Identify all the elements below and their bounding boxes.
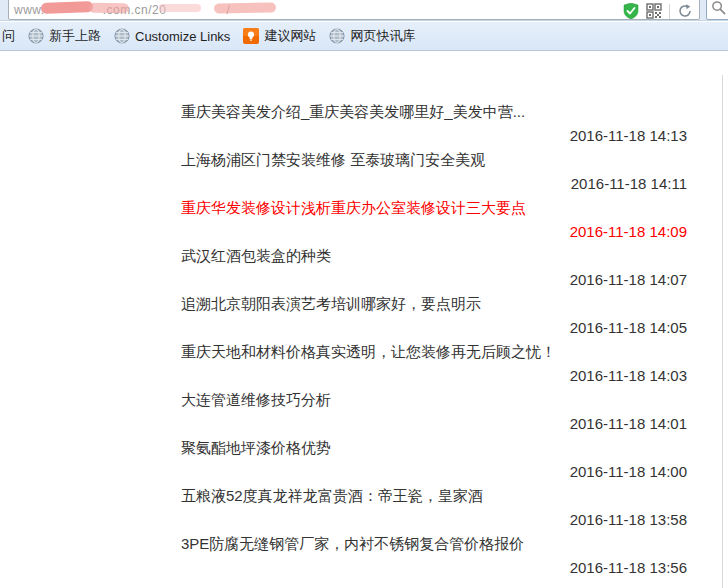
article-title-link[interactable]: 大连管道维修技巧分析 <box>181 388 687 412</box>
favorites-item-label: 建议网站 <box>264 27 316 45</box>
address-bar[interactable]: www..com.cn/20/ <box>8 0 700 20</box>
redaction-scribble <box>89 3 129 14</box>
article-date: 2016-11-18 13:58 <box>181 508 687 532</box>
article-title-link[interactable]: 重庆天地和材料价格真实透明，让您装修再无后顾之忧！ <box>181 340 687 364</box>
page-content: 重庆美容美发介绍_重庆美容美发哪里好_美发中营...2016-11-18 14:… <box>0 51 728 588</box>
article-date: 2016-11-18 14:00 <box>181 460 687 484</box>
article-item: 上海杨浦区门禁安装维修 至泰玻璃门安全美观2016-11-18 14:11 <box>181 148 687 196</box>
article-title-link[interactable]: 聚氨酯地坪漆价格优势 <box>181 436 687 460</box>
article-title-link[interactable]: 追溯北京朝阳表演艺考培训哪家好，要点明示 <box>181 292 687 316</box>
favorites-item-label: Customize Links <box>135 29 230 44</box>
article-item: 武汉红酒包装盒的种类2016-11-18 14:07 <box>181 244 687 292</box>
favorites-item-label: 问 <box>2 27 15 45</box>
article-title-link[interactable]: 3PE防腐无缝钢管厂家，内衬不锈钢复合管价格报价 <box>181 532 687 556</box>
article-date: 2016-11-18 14:09 <box>181 220 687 244</box>
article-item: 重庆美容美发介绍_重庆美容美发哪里好_美发中营...2016-11-18 14:… <box>181 100 687 148</box>
redaction-scribble <box>41 1 93 14</box>
scrollbar-edge <box>722 75 723 588</box>
qr-code-icon[interactable] <box>646 3 662 19</box>
favorites-item[interactable]: 新手上路 <box>28 27 101 45</box>
favorites-item-label: 网页快讯库 <box>350 27 415 45</box>
article-date: 2016-11-18 14:13 <box>181 124 687 148</box>
favorites-item[interactable]: 建议网站 <box>243 27 316 45</box>
article-item: 3PE防腐无缝钢管厂家，内衬不锈钢复合管价格报价2016-11-18 13:56 <box>181 532 687 580</box>
globe-icon <box>28 28 44 44</box>
favorites-item[interactable]: 问 <box>2 27 15 45</box>
browser-chrome-top: www..com.cn/20/ <box>0 0 728 21</box>
article-list: 重庆美容美发介绍_重庆美容美发哪里好_美发中营...2016-11-18 14:… <box>181 100 687 580</box>
globe-icon <box>114 28 130 44</box>
article-date: 2016-11-18 13:56 <box>181 556 687 580</box>
article-title-link[interactable]: 重庆华发装修设计浅析重庆办公室装修设计三大要点 <box>181 196 687 220</box>
globe-icon <box>329 28 345 44</box>
search-icon[interactable] <box>711 0 727 16</box>
suggestion-bulb-icon <box>243 28 259 44</box>
article-title-link[interactable]: 武汉红酒包装盒的种类 <box>181 244 687 268</box>
article-date: 2016-11-18 14:11 <box>181 172 687 196</box>
redaction-scribble <box>159 4 201 12</box>
toolbar-separator <box>669 4 670 19</box>
article-item: 重庆华发装修设计浅析重庆办公室装修设计三大要点2016-11-18 14:09 <box>181 196 687 244</box>
article-item: 追溯北京朝阳表演艺考培训哪家好，要点明示2016-11-18 14:05 <box>181 292 687 340</box>
search-box[interactable] <box>706 0 728 20</box>
favorites-item[interactable]: 网页快讯库 <box>329 27 415 45</box>
article-date: 2016-11-18 14:05 <box>181 316 687 340</box>
article-title-link[interactable]: 五粮液52度真龙祥龙富贵酒：帝王瓷，皇家酒 <box>181 484 687 508</box>
article-item: 聚氨酯地坪漆价格优势2016-11-18 14:00 <box>181 436 687 484</box>
redaction-scribble <box>214 2 276 13</box>
article-item: 五粮液52度真龙祥龙富贵酒：帝王瓷，皇家酒2016-11-18 13:58 <box>181 484 687 532</box>
favorites-item-label: 新手上路 <box>49 27 101 45</box>
article-date: 2016-11-18 14:03 <box>181 364 687 388</box>
article-item: 重庆天地和材料价格真实透明，让您装修再无后顾之忧！2016-11-18 14:0… <box>181 340 687 388</box>
favorites-item[interactable]: Customize Links <box>114 28 230 44</box>
article-title-link[interactable]: 上海杨浦区门禁安装维修 至泰玻璃门安全美观 <box>181 148 687 172</box>
favorites-bar: 问 新手上路 Customize Links 建议网站 <box>0 22 728 51</box>
article-date: 2016-11-18 14:01 <box>181 412 687 436</box>
safety-shield-icon[interactable] <box>623 3 639 19</box>
article-date: 2016-11-18 14:07 <box>181 268 687 292</box>
refresh-icon[interactable] <box>677 3 693 19</box>
article-item: 大连管道维修技巧分析2016-11-18 14:01 <box>181 388 687 436</box>
article-title-link[interactable]: 重庆美容美发介绍_重庆美容美发哪里好_美发中营... <box>181 100 687 124</box>
